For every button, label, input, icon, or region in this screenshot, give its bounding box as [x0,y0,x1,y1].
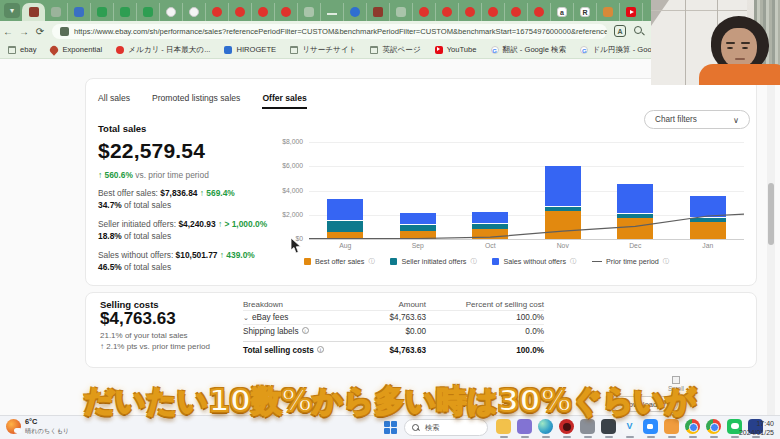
hirogete-icon [224,46,232,54]
browser-tab-youtube[interactable] [620,3,643,21]
chart-filters-dropdown[interactable]: Chart filters ∨ [644,110,750,129]
browser-tab-circle[interactable] [160,3,183,21]
red-favicon [534,7,544,17]
browser-tab-blue[interactable] [68,3,91,21]
bookmark-item[interactable]: メルカリ - 日本最大の... [116,45,210,55]
browser-tab-leaf[interactable] [45,3,68,21]
bookmark-label: メルカリ - 日本最大の... [128,45,210,55]
webcam-overlay [651,0,780,85]
scrollbar-thumb[interactable] [768,183,774,245]
search-label: 検索 [425,423,439,433]
red-favicon [465,7,475,17]
bookmark-item[interactable]: Exponential [50,45,102,54]
browser-tab-red[interactable] [436,3,459,21]
mouse-cursor [290,238,302,254]
browser-tab-red[interactable] [206,3,229,21]
orangey-favicon [603,7,613,17]
red-favicon [258,7,268,17]
translate-icon[interactable]: A [614,25,626,37]
legend-prior-time-period[interactable]: Prior time periodⓘ [592,257,669,266]
browser-tab-green[interactable] [137,3,160,21]
bookmark-item[interactable]: HIROGETE [224,45,276,54]
page-scrollbar[interactable] [767,59,775,415]
info-icon[interactable]: i [302,327,309,334]
forward-button[interactable]: → [16,26,32,37]
browser-tab-green[interactable] [91,3,114,21]
bookmark-item[interactable]: G翻訳 - Google 検索 [491,45,567,55]
info-icon[interactable]: ⓘ [663,257,669,266]
reload-button[interactable]: ⟳ [32,26,48,37]
tab-promoted-listings-sales[interactable]: Promoted listings sales [152,93,240,109]
folder-icon [370,46,378,54]
red-favicon [212,7,222,17]
prior-period-line [309,142,744,239]
red-favicon [235,7,245,17]
browser-tab-red[interactable] [229,3,252,21]
browser-tab-red[interactable] [413,3,436,21]
browser-tab-faded[interactable] [298,3,321,21]
zoom-search-icon[interactable] [634,26,644,36]
browser-tab-whitea[interactable]: a [551,3,574,21]
video-subtitle: だいたい10数%から多い時は30%ぐらいが [0,381,780,422]
back-button[interactable]: ← [0,26,16,37]
bookmark-item[interactable]: YouTube [435,45,477,54]
whitea-favicon: a [557,7,567,17]
browser-tab-faded[interactable] [390,3,413,21]
bookmark-item[interactable]: ebay [8,45,36,54]
bookmark-label: リサーチサイト [302,45,356,55]
browser-tab-orangey[interactable] [597,3,620,21]
circle-favicon [189,7,199,17]
start-button[interactable] [384,421,398,435]
selling-costs-card: Selling costs $4,763.63 21.1% of your to… [85,292,757,368]
tab-all-sales[interactable]: All sales [98,93,130,109]
legend-swatch [304,258,311,265]
total-selling-costs-percent: 100.0% [444,346,544,355]
y-axis-tick: $6,000 [263,162,303,169]
google-icon: G [491,46,499,54]
browser-tab-globe[interactable] [344,3,367,21]
y-axis-tick: $8,000 [263,138,303,145]
green-favicon [97,7,107,17]
col-header-breakdown: Breakdown [243,300,283,309]
legend-sales-without-offers[interactable]: Sales without offersⓘ [492,257,576,266]
browser-tab-circle[interactable] [183,3,206,21]
leaf-favicon [51,7,61,17]
browser-tab-red[interactable] [459,3,482,21]
browser-tab-red[interactable] [252,3,275,21]
browser-tab-bank[interactable] [367,3,390,21]
info-icon[interactable]: i [317,346,324,353]
legend-label: Sales without offers [503,257,566,266]
legend-best-offer-sales[interactable]: Best offer salesⓘ [304,257,374,266]
google-icon: G [580,46,588,54]
browser-tab-red[interactable] [528,3,551,21]
bookmark-item[interactable]: 英訳ページ [370,45,420,55]
blue-favicon [74,7,84,17]
tab-offer-sales[interactable]: Offer sales [262,93,306,109]
info-icon[interactable]: ⓘ [368,257,374,266]
selling-costs-amount: $4,763.63 [100,309,176,329]
bookmark-item[interactable]: リサーチサイト [290,45,356,55]
browser-tab-green[interactable] [114,3,137,21]
weather-desc: 晴れのちくもり [25,427,69,435]
legend-swatch [492,258,499,265]
legend-seller-initiated-offers[interactable]: Seller initiated offersⓘ [390,257,476,266]
stat-sales-without-offers: Sales without offers: $10,501.77 ↑ 439.0… [98,250,298,273]
y-axis-tick: $2,000 [263,211,303,218]
chart-legend: Best offer salesⓘSeller initiated offers… [304,257,669,266]
bookmark-label: YouTube [447,45,477,54]
x-axis-label: Nov [527,239,600,249]
info-icon[interactable]: ⓘ [470,257,476,266]
browser-tab-bank[interactable] [22,3,45,21]
browser-tab-dash[interactable] [321,3,344,21]
row-ebay-fees[interactable]: ⌄eBay fees [243,313,288,322]
browser-tab-red[interactable] [482,3,505,21]
x-axis-label: Aug [309,239,382,249]
selling-costs-change: ↑ 2.1% pts vs. prior time period [100,342,210,351]
bank-favicon [373,7,383,17]
info-icon[interactable]: ⓘ [570,257,576,266]
browser-tab-red[interactable] [505,3,528,21]
tab-search-chevron-icon[interactable]: ▾ [4,3,20,18]
browser-tab-whiter[interactable]: R [574,3,597,21]
address-bar[interactable]: https://www.ebay.com/sh/performance/sale… [52,24,607,39]
browser-tab-red[interactable] [275,3,298,21]
